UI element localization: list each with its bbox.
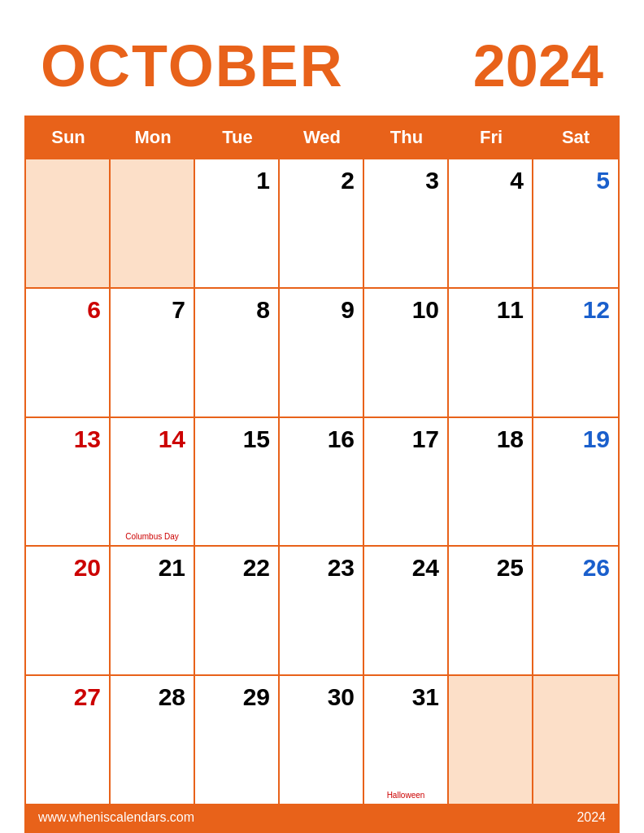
day-number: 1 [203,166,270,195]
day-cell: 17 [364,418,449,546]
day-number: 19 [542,425,610,454]
day-number: 27 [34,683,101,712]
day-cell: 11 [449,289,533,416]
day-number: 20 [34,553,101,582]
holiday-label: Columbus Day [119,532,185,541]
day-header-tue: Tue [195,117,280,158]
day-number: 5 [542,166,610,195]
week-row-2: 1314Columbus Day1516171819 [26,416,618,546]
day-number: 30 [288,683,355,712]
day-number: 28 [119,683,185,712]
day-cell: 8 [195,289,280,416]
day-cell: 26 [533,547,618,674]
week-row-0: 12345 [26,158,618,287]
day-cell: 15 [195,418,280,546]
day-number: 22 [203,553,270,582]
day-cell: 25 [449,547,533,674]
day-number: 15 [203,425,270,454]
day-number: 6 [34,295,101,325]
day-number: 17 [372,425,439,454]
day-number: 26 [542,553,610,582]
day-number: 2 [288,166,355,195]
day-number: 4 [457,166,524,195]
day-number: 13 [34,425,101,454]
day-cell: 18 [449,418,533,546]
day-cell: 9 [280,289,364,416]
day-number: 7 [119,295,185,325]
day-cell: 3 [364,159,449,287]
day-cell: 28 [111,676,195,804]
day-number: 21 [119,553,185,582]
day-headers-row: SunMonTueWedThuFriSat [26,117,618,158]
day-cell: 24 [364,547,449,674]
footer-year: 2024 [577,810,606,825]
day-number: 31 [372,683,439,712]
calendar-footer: www.wheniscalendars.com 2024 [26,804,618,831]
month-title: OCTOBER [41,33,344,99]
calendar-body: 1234567891011121314Columbus Day151617181… [26,158,618,804]
day-cell: 2 [280,159,364,287]
day-cell [533,676,618,804]
day-number: 23 [288,553,355,582]
day-number: 9 [288,295,355,325]
day-cell: 22 [195,547,280,674]
day-cell: 1 [195,159,280,287]
day-cell: 10 [364,289,449,416]
footer-website: www.wheniscalendars.com [38,810,194,825]
day-header-sun: Sun [26,117,111,158]
calendar-header: OCTOBER 2024 [24,24,620,116]
day-number: 11 [457,295,524,325]
day-header-mon: Mon [111,117,195,158]
day-number: 14 [119,425,185,454]
day-cell: 12 [533,289,618,416]
day-cell: 19 [533,418,618,546]
day-cell: 4 [449,159,533,287]
day-cell: 7 [111,289,195,416]
day-header-fri: Fri [449,117,533,158]
week-row-3: 20212223242526 [26,545,618,674]
day-cell [111,159,195,287]
day-number: 25 [457,553,524,582]
day-cell: 30 [280,676,364,804]
day-header-sat: Sat [533,117,618,158]
day-number: 12 [542,295,610,325]
day-cell: 29 [195,676,280,804]
calendar-page: OCTOBER 2024 SunMonTueWedThuFriSat 12345… [0,0,644,833]
day-cell [449,676,533,804]
day-cell: 14Columbus Day [111,418,195,546]
day-cell: 16 [280,418,364,546]
day-number: 16 [288,425,355,454]
day-number: 10 [372,295,439,325]
day-cell: 31Halloween [364,676,449,804]
day-number: 3 [372,166,439,195]
year-title: 2024 [473,33,603,99]
week-row-1: 6789101112 [26,287,618,416]
day-cell: 27 [26,676,111,804]
day-cell: 13 [26,418,111,546]
day-number: 8 [203,295,270,325]
day-cell: 5 [533,159,618,287]
day-cell: 23 [280,547,364,674]
day-cell: 20 [26,547,111,674]
calendar-grid: SunMonTueWedThuFriSat 123456789101112131… [24,116,620,833]
week-row-4: 2728293031Halloween [26,674,618,804]
holiday-label: Halloween [372,791,439,800]
day-header-thu: Thu [364,117,449,158]
day-cell: 6 [26,289,111,416]
day-number: 29 [203,683,270,712]
day-cell: 21 [111,547,195,674]
day-number: 18 [457,425,524,454]
day-header-wed: Wed [280,117,364,158]
day-number: 24 [372,553,439,582]
day-cell [26,159,111,287]
